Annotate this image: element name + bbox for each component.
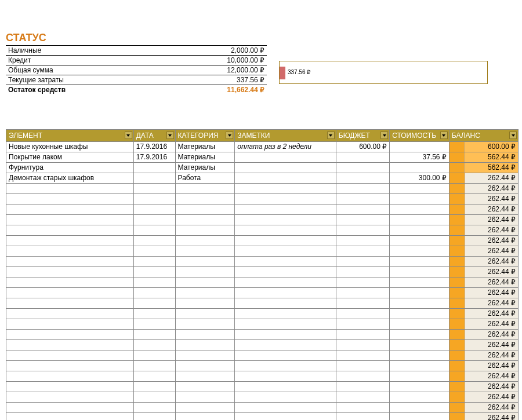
cell[interactable] — [336, 413, 389, 421]
balance-cell[interactable]: 262.44 ₽ — [449, 413, 518, 421]
cell[interactable] — [390, 309, 449, 319]
cell[interactable] — [336, 267, 389, 277]
cell[interactable] — [6, 361, 134, 371]
cell[interactable] — [390, 204, 449, 215]
cell[interactable] — [235, 319, 336, 330]
cell[interactable] — [133, 246, 175, 257]
cell[interactable]: Новые кухонные шкафы — [6, 142, 134, 152]
table-row[interactable]: 262.44 ₽ — [6, 277, 519, 288]
header-balance[interactable]: БАЛАНС — [449, 130, 518, 142]
cell[interactable] — [175, 330, 235, 340]
cell[interactable] — [336, 382, 389, 392]
header-element[interactable]: ЭЛЕМЕНТ — [6, 130, 134, 142]
cell[interactable] — [6, 225, 134, 236]
cell[interactable] — [6, 403, 134, 413]
cell[interactable] — [175, 340, 235, 350]
cell[interactable] — [390, 413, 449, 421]
cell[interactable]: 600.00 ₽ — [336, 142, 389, 152]
cell[interactable] — [235, 194, 336, 204]
cell[interactable] — [235, 392, 336, 403]
table-row[interactable]: 262.44 ₽ — [6, 267, 519, 277]
table-row[interactable]: 262.44 ₽ — [6, 350, 519, 361]
cell[interactable] — [6, 194, 134, 204]
cell[interactable] — [235, 236, 336, 246]
balance-cell[interactable]: 262.44 ₽ — [449, 204, 518, 215]
table-row[interactable]: 262.44 ₽ — [6, 288, 519, 298]
cell[interactable] — [235, 413, 336, 421]
filter-icon[interactable] — [509, 132, 517, 139]
cell[interactable] — [133, 330, 175, 340]
cell[interactable] — [175, 225, 235, 236]
table-row[interactable]: 262.44 ₽ — [6, 382, 519, 392]
cell[interactable] — [235, 267, 336, 277]
cell[interactable] — [235, 173, 336, 184]
table-row[interactable]: 262.44 ₽ — [6, 403, 519, 413]
cell[interactable] — [133, 309, 175, 319]
cell[interactable] — [390, 215, 449, 225]
cell[interactable] — [175, 204, 235, 215]
balance-cell[interactable]: 262.44 ₽ — [449, 340, 518, 350]
cell[interactable] — [235, 225, 336, 236]
cell[interactable] — [235, 163, 336, 173]
cell[interactable] — [6, 350, 134, 361]
cell[interactable] — [133, 413, 175, 421]
filter-icon[interactable] — [226, 132, 233, 139]
cell[interactable] — [133, 403, 175, 413]
cell[interactable] — [175, 277, 235, 288]
cell[interactable]: Фурнитура — [6, 163, 134, 173]
cell[interactable] — [6, 236, 134, 246]
balance-cell[interactable]: 262.44 ₽ — [449, 236, 518, 246]
cell[interactable] — [133, 361, 175, 371]
table-row[interactable]: 262.44 ₽ — [6, 215, 519, 225]
cell[interactable] — [133, 184, 175, 194]
cell[interactable] — [336, 225, 389, 236]
cell[interactable] — [390, 330, 449, 340]
cell[interactable] — [336, 215, 389, 225]
cell[interactable] — [390, 194, 449, 204]
table-row[interactable]: 262.44 ₽ — [6, 225, 519, 236]
cell[interactable]: Материалы — [175, 163, 235, 173]
cell[interactable] — [175, 361, 235, 371]
cell[interactable] — [6, 288, 134, 298]
cell[interactable] — [6, 184, 134, 194]
header-notes[interactable]: ЗАМЕТКИ — [235, 130, 336, 142]
filter-icon[interactable] — [125, 132, 132, 139]
header-cost[interactable]: СТОИМОСТЬ — [390, 130, 449, 142]
cell[interactable] — [133, 319, 175, 330]
cell[interactable] — [6, 277, 134, 288]
cell[interactable] — [336, 184, 389, 194]
cell[interactable] — [6, 382, 134, 392]
cell[interactable] — [336, 371, 389, 382]
balance-cell[interactable]: 262.44 ₽ — [449, 319, 518, 330]
cell[interactable] — [235, 350, 336, 361]
balance-cell[interactable]: 562.44 ₽ — [449, 152, 518, 163]
cell[interactable] — [336, 319, 389, 330]
cell[interactable] — [6, 267, 134, 277]
balance-cell[interactable]: 262.44 ₽ — [449, 277, 518, 288]
cell[interactable] — [336, 163, 389, 173]
cell[interactable] — [6, 340, 134, 350]
cell[interactable] — [336, 288, 389, 298]
cell[interactable] — [336, 298, 389, 309]
cell[interactable] — [175, 236, 235, 246]
cell[interactable] — [336, 152, 389, 163]
cell[interactable] — [175, 288, 235, 298]
cell[interactable] — [175, 257, 235, 267]
balance-cell[interactable]: 262.44 ₽ — [449, 257, 518, 267]
balance-cell[interactable]: 262.44 ₽ — [449, 403, 518, 413]
cell[interactable] — [336, 309, 389, 319]
cell[interactable] — [133, 204, 175, 215]
balance-cell[interactable]: 562.44 ₽ — [449, 163, 518, 173]
cell[interactable] — [390, 267, 449, 277]
cell[interactable] — [133, 225, 175, 236]
cell[interactable] — [336, 277, 389, 288]
cell[interactable] — [390, 403, 449, 413]
cell[interactable] — [6, 309, 134, 319]
table-row[interactable]: 262.44 ₽ — [6, 340, 519, 350]
cell[interactable] — [235, 298, 336, 309]
cell[interactable] — [336, 204, 389, 215]
cell[interactable] — [336, 194, 389, 204]
cell[interactable] — [133, 215, 175, 225]
table-row[interactable]: 262.44 ₽ — [6, 319, 519, 330]
cell[interactable] — [6, 371, 134, 382]
